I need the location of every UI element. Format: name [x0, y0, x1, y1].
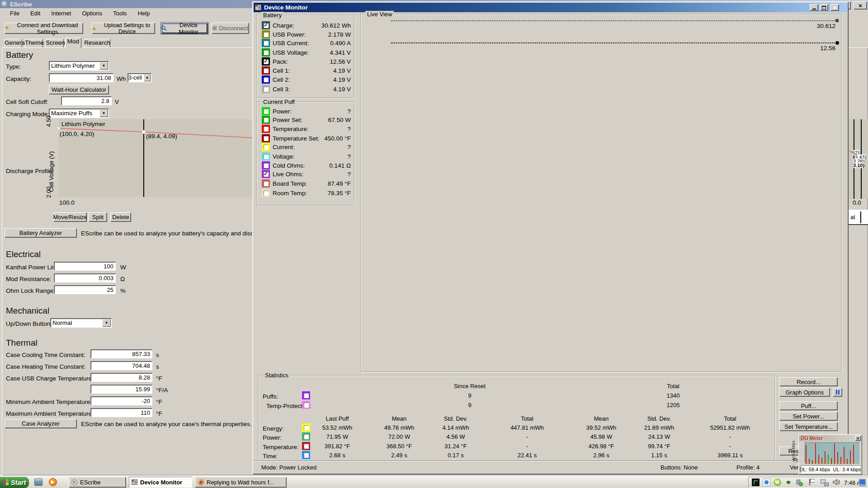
du-meter-arrows-icon[interactable]: [784, 479, 792, 486]
row-charge: Charge:30.612 Wh: [257, 21, 354, 30]
du-meter-window[interactable]: DU Meter × 616.3 kbps DL: 58.4 kbps UL: …: [798, 434, 862, 475]
temp-protected-checkbox[interactable]: [302, 401, 310, 409]
usb-temp-rise-field[interactable]: [90, 373, 152, 382]
cell-2-checkbox[interactable]: [262, 75, 270, 84]
discharge-profile-chart[interactable]: Lithium Polymer (100.0, 4.20) (89.4, 4.0…: [58, 119, 253, 197]
current-checkbox[interactable]: [262, 143, 270, 151]
temperature-checkbox[interactable]: [262, 125, 270, 133]
capacity-field[interactable]: [49, 73, 113, 82]
tab-research[interactable]: Research: [84, 39, 110, 47]
mod-resistance-field[interactable]: [54, 273, 116, 282]
stat-cell: -: [491, 443, 563, 450]
profile-point2-label: (89.4, 4.09): [146, 133, 177, 140]
quicklaunch-media-player-icon[interactable]: [49, 478, 57, 486]
min-ambient-field[interactable]: [90, 396, 152, 405]
usb-power-checkbox[interactable]: [262, 30, 270, 38]
case-heating-field[interactable]: [90, 361, 152, 370]
ohm-lock-range-field[interactable]: [54, 285, 116, 294]
charge-checkbox[interactable]: [262, 21, 270, 29]
usb-check-icon[interactable]: ✓: [795, 479, 803, 486]
connect-download-button[interactable]: Connect and Download Settings: [5, 23, 83, 34]
cell-count-select[interactable]: 3-cell▼: [127, 73, 151, 82]
charging-mode-select[interactable]: Maximize Puffs▼: [49, 108, 109, 118]
voltage-checkbox[interactable]: [262, 152, 270, 160]
updown-buttons-select[interactable]: Normal▼: [50, 318, 112, 328]
du-meter-titlebar[interactable]: DU Meter ×: [799, 435, 861, 441]
live-view-group[interactable]: Live View 30.612 12.56: [360, 14, 842, 372]
power-set-checkbox[interactable]: [262, 116, 270, 124]
network-icon[interactable]: [821, 479, 829, 486]
kanthal-unit: W: [120, 264, 126, 271]
display-icon[interactable]: [859, 479, 866, 485]
task-escribe[interactable]: EScribe: [69, 477, 126, 488]
usb-current-checkbox[interactable]: [262, 39, 270, 47]
menu-file[interactable]: File: [5, 9, 25, 18]
tab-general[interactable]: General: [5, 39, 22, 47]
menu-options[interactable]: Options: [76, 9, 108, 18]
usb-temp-rise-rate-field[interactable]: [90, 385, 152, 394]
stat-cell: 1.15 s: [623, 452, 695, 459]
live-ohms-checkbox[interactable]: [262, 170, 270, 178]
device-monitor-button[interactable]: Device Monitor: [160, 22, 208, 34]
magnifier-icon: [161, 25, 167, 31]
power-checkbox[interactable]: [262, 107, 270, 115]
puffs-checkbox[interactable]: [302, 391, 310, 399]
case-cooling-field[interactable]: [90, 349, 152, 358]
globe-icon[interactable]: [763, 479, 770, 486]
minimize-button[interactable]: [810, 4, 818, 11]
cell-soft-cutoff-field[interactable]: [61, 96, 112, 105]
max-ambient-field[interactable]: [90, 408, 152, 417]
delete-button[interactable]: Delete: [110, 212, 131, 222]
start-button[interactable]: Start: [0, 477, 29, 488]
set-power-button[interactable]: Set Power...: [779, 412, 838, 421]
cell-3-checkbox[interactable]: [262, 85, 270, 93]
watt-hour-calculator-button[interactable]: Watt-Hour Calculator: [49, 85, 109, 94]
room-temp-checkbox[interactable]: [262, 189, 270, 197]
task-device-monitor[interactable]: Device Monitor: [129, 477, 192, 488]
task-browser-reply[interactable]: Replying to Watt hours f...: [195, 477, 287, 488]
menu-help[interactable]: Help: [132, 9, 156, 18]
chevron-down-icon[interactable]: ▼: [99, 109, 108, 117]
board-temp-checkbox[interactable]: [262, 179, 270, 188]
case-heating-unit: s: [156, 363, 159, 370]
disconnect-button[interactable]: Disconnect: [212, 23, 249, 34]
occluded-button-fragment: al: [849, 210, 868, 225]
tab-mod[interactable]: Mod: [65, 38, 81, 48]
chevron-down-icon[interactable]: ▼: [99, 62, 108, 70]
battery-type-select[interactable]: Lithium Polymer▼: [49, 61, 109, 70]
webroot-w-icon[interactable]: W: [774, 479, 781, 486]
puff-button[interactable]: Puff...: [779, 401, 838, 410]
du-meter-close-button[interactable]: ×: [855, 436, 861, 441]
quicklaunch-show-desktop-icon[interactable]: [34, 479, 42, 486]
graph-options-button[interactable]: Graph Options: [779, 388, 830, 397]
menu-edit[interactable]: Edit: [25, 9, 46, 18]
tab-theme[interactable]: Theme: [25, 39, 43, 47]
cold-ohms-checkbox[interactable]: [262, 161, 270, 169]
case-analyzer-button[interactable]: Case Analyzer: [5, 419, 77, 428]
menu-tools[interactable]: Tools: [108, 9, 132, 18]
flag-icon[interactable]: [808, 479, 816, 486]
crosshair-icon[interactable]: [752, 479, 760, 486]
chevron-down-icon[interactable]: ▼: [144, 74, 151, 81]
capacity-label: Capacity:: [6, 75, 31, 82]
kanthal-power-limit-field[interactable]: [54, 262, 116, 271]
record-button[interactable]: Record...: [779, 377, 838, 386]
split-button[interactable]: Split: [89, 212, 107, 222]
temperature-set-checkbox[interactable]: [262, 134, 270, 142]
pause-button[interactable]: [833, 388, 842, 397]
close-button[interactable]: ×: [830, 4, 839, 11]
chevron-down-icon[interactable]: ▼: [102, 319, 111, 327]
usb-voltage-checkbox[interactable]: [262, 48, 270, 56]
cell-1-checkbox[interactable]: [262, 66, 270, 75]
move-resize-button[interactable]: Move/Resize: [53, 212, 87, 222]
battery-analyzer-button[interactable]: Battery Analyzer: [5, 228, 77, 238]
maximize-button[interactable]: [820, 4, 828, 11]
set-temperature-button[interactable]: Set Temperature...: [779, 422, 838, 431]
pack-checkbox[interactable]: [262, 57, 270, 66]
upload-settings-button[interactable]: Upload Settings to Device: [92, 23, 155, 34]
status-buttons: Buttons: None: [660, 464, 698, 471]
tab-screen[interactable]: Screen: [46, 39, 64, 47]
device-monitor-titlebar[interactable]: Device Monitor ×: [254, 3, 847, 12]
speaker-icon[interactable]: [832, 478, 840, 486]
menu-internet[interactable]: Internet: [46, 9, 76, 18]
